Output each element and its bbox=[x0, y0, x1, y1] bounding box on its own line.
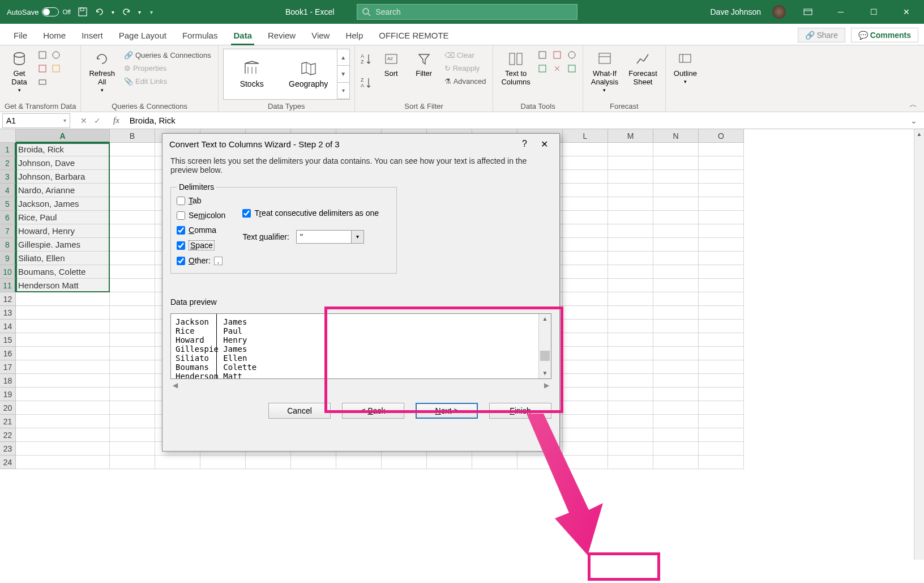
cell[interactable] bbox=[517, 456, 563, 469]
cell[interactable] bbox=[653, 320, 699, 333]
enter-formula-icon[interactable]: ✓ bbox=[94, 116, 101, 125]
row-header[interactable]: 2 bbox=[0, 156, 16, 170]
cell[interactable] bbox=[563, 211, 608, 224]
row-header[interactable]: 10 bbox=[0, 265, 16, 279]
cell[interactable] bbox=[699, 306, 744, 320]
cell[interactable] bbox=[608, 279, 653, 292]
cell[interactable] bbox=[563, 170, 608, 184]
text-qualifier-dropdown[interactable]: " ▾ bbox=[296, 230, 364, 244]
cell[interactable] bbox=[563, 360, 608, 374]
from-table-icon[interactable] bbox=[37, 63, 48, 74]
cell[interactable]: Boumans, Colette bbox=[16, 265, 110, 279]
cell[interactable] bbox=[653, 306, 699, 320]
cell[interactable]: Jackson, James bbox=[16, 197, 110, 211]
cell[interactable] bbox=[110, 306, 155, 320]
cell[interactable] bbox=[608, 401, 653, 415]
preview-scrollbar[interactable]: ▲ ▼ bbox=[538, 314, 551, 378]
cell[interactable]: Nardo, Arianne bbox=[16, 184, 110, 197]
column-header[interactable]: L bbox=[563, 129, 608, 143]
cell[interactable] bbox=[608, 347, 653, 360]
cell[interactable] bbox=[563, 306, 608, 320]
cell[interactable] bbox=[699, 388, 744, 401]
cell[interactable] bbox=[563, 401, 608, 415]
cell[interactable]: Broida, Rick bbox=[16, 143, 110, 156]
fx-icon[interactable]: fx bbox=[109, 116, 124, 125]
back-button[interactable]: < Back bbox=[342, 403, 404, 419]
cell[interactable] bbox=[608, 184, 653, 197]
cancel-button[interactable]: Cancel bbox=[268, 403, 331, 419]
sort-za-icon[interactable]: ZA bbox=[360, 76, 373, 90]
cell[interactable]: Henderson Matt bbox=[16, 279, 110, 292]
maximize-icon[interactable]: ☐ bbox=[863, 3, 884, 20]
cell[interactable] bbox=[110, 143, 155, 156]
row-header[interactable]: 24 bbox=[0, 456, 16, 469]
cell[interactable] bbox=[16, 292, 110, 306]
cell[interactable] bbox=[699, 170, 744, 184]
cell[interactable] bbox=[563, 279, 608, 292]
name-box[interactable]: A1 ▾ bbox=[2, 113, 70, 128]
cell[interactable] bbox=[653, 156, 699, 170]
cell[interactable] bbox=[16, 456, 110, 469]
scroll-right-icon[interactable]: ▶ bbox=[544, 381, 549, 389]
cell[interactable] bbox=[563, 333, 608, 347]
cell[interactable] bbox=[110, 374, 155, 388]
autosave-toggle[interactable]: AutoSave Off bbox=[7, 7, 71, 16]
cell[interactable] bbox=[608, 170, 653, 184]
tab-data[interactable]: Data bbox=[225, 26, 260, 45]
row-header[interactable]: 20 bbox=[0, 401, 16, 415]
ribbon-display-icon[interactable] bbox=[797, 3, 819, 20]
tab-formulas[interactable]: Formulas bbox=[174, 26, 226, 45]
row-header[interactable]: 8 bbox=[0, 238, 16, 252]
cell[interactable] bbox=[608, 197, 653, 211]
cell[interactable] bbox=[608, 333, 653, 347]
tab-insert[interactable]: Insert bbox=[74, 26, 111, 45]
cell[interactable] bbox=[563, 374, 608, 388]
cell[interactable] bbox=[699, 156, 744, 170]
cell[interactable] bbox=[110, 279, 155, 292]
column-header[interactable]: M bbox=[608, 129, 653, 143]
expand-formula-icon[interactable]: ⌄ bbox=[904, 116, 924, 125]
cell[interactable] bbox=[699, 252, 744, 265]
tab-help[interactable]: Help bbox=[337, 26, 371, 45]
cell[interactable] bbox=[653, 401, 699, 415]
close-icon[interactable]: ✕ bbox=[896, 3, 917, 20]
tab-office-remote[interactable]: OFFICE REMOTE bbox=[371, 26, 456, 45]
forecast-sheet-button[interactable]: Forecast Sheet bbox=[625, 48, 661, 88]
help-icon[interactable]: ? bbox=[513, 139, 536, 149]
cell[interactable] bbox=[110, 401, 155, 415]
formula-input[interactable]: Broida, Rick bbox=[124, 116, 904, 125]
cell[interactable] bbox=[699, 238, 744, 252]
cell[interactable] bbox=[16, 360, 110, 374]
cell[interactable] bbox=[563, 143, 608, 156]
row-header[interactable]: 16 bbox=[0, 347, 16, 360]
row-header[interactable]: 11 bbox=[0, 279, 16, 292]
row-header[interactable]: 21 bbox=[0, 415, 16, 428]
cell[interactable] bbox=[110, 428, 155, 442]
column-header[interactable]: N bbox=[653, 129, 699, 143]
cell[interactable] bbox=[699, 415, 744, 428]
cell[interactable] bbox=[608, 388, 653, 401]
data-validation-icon[interactable] bbox=[567, 50, 577, 60]
row-header[interactable]: 7 bbox=[0, 224, 16, 238]
cell[interactable] bbox=[563, 184, 608, 197]
cell[interactable] bbox=[16, 347, 110, 360]
cell[interactable] bbox=[653, 333, 699, 347]
cell[interactable] bbox=[16, 374, 110, 388]
cell[interactable] bbox=[608, 428, 653, 442]
row-header[interactable]: 19 bbox=[0, 388, 16, 401]
cell[interactable] bbox=[110, 170, 155, 184]
cell[interactable]: Johnson, Barbara bbox=[16, 170, 110, 184]
row-header[interactable]: 6 bbox=[0, 211, 16, 224]
cell[interactable] bbox=[110, 456, 155, 469]
flash-fill-icon[interactable] bbox=[537, 50, 547, 60]
cell[interactable] bbox=[110, 347, 155, 360]
cell[interactable] bbox=[608, 265, 653, 279]
delim-space-checkbox[interactable]: Space bbox=[177, 240, 225, 250]
cell[interactable] bbox=[608, 252, 653, 265]
cell[interactable] bbox=[699, 279, 744, 292]
cell[interactable] bbox=[110, 197, 155, 211]
undo-icon[interactable] bbox=[95, 7, 105, 17]
cell[interactable] bbox=[653, 456, 699, 469]
from-web-icon[interactable] bbox=[51, 50, 61, 60]
cell[interactable]: Gillespie. James bbox=[16, 238, 110, 252]
